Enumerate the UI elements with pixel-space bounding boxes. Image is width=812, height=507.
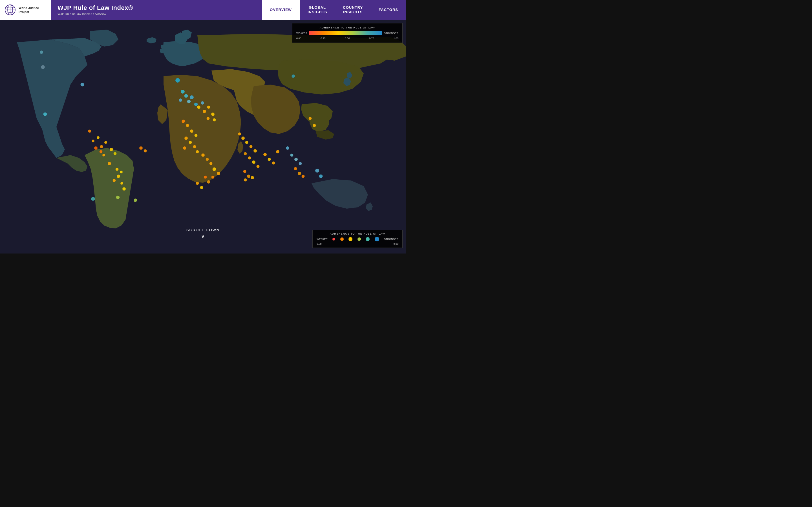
legend-dot-yellow — [348, 237, 352, 241]
scroll-down-label: SCROLL DOWN — [186, 228, 220, 232]
chevron-down-icon: ∨ — [186, 233, 220, 239]
legend-dot-teal — [366, 237, 370, 241]
legend-bottom-stronger-text: STRONGER — [384, 238, 398, 240]
legend-gradient-bar — [309, 31, 382, 35]
header: World Justice Project WJP Rule of Law In… — [0, 0, 406, 20]
legend-bottom-title: ADHERENCE TO THE RULE OF LAW — [316, 232, 398, 235]
legend-top-title: ADHERENCE TO THE RULE OF LAW — [296, 26, 398, 29]
legend-stronger-text: STRONGER — [384, 32, 398, 35]
legend-top: ADHERENCE TO THE RULE OF LAW WEAKER STRO… — [292, 23, 403, 43]
nav-factors[interactable]: FACTORS — [371, 0, 406, 20]
legend-dots-row: WEAKER STRONGER — [316, 237, 398, 241]
nav-country-insights[interactable]: COUNTRYINSIGHTS — [335, 0, 371, 20]
legend-bottom: ADHERENCE TO THE RULE OF LAW WEAKER STRO… — [312, 230, 403, 248]
logo-text: World Justice Project — [19, 6, 39, 14]
world-map-svg — [0, 20, 406, 253]
legend-dot-orange — [340, 237, 344, 241]
nav: OVERVIEW GLOBALINSIGHTS COUNTRYINSIGHTS … — [262, 0, 406, 20]
legend-bottom-scale-min: 0.30 — [316, 242, 322, 245]
nav-overview[interactable]: OVERVIEW — [262, 0, 300, 20]
legend-weaker-text: WEAKER — [296, 32, 307, 35]
legend-scale-labels: 0.00 0.25 0.50 0.75 1.00 — [296, 37, 398, 40]
globe-icon — [4, 4, 16, 15]
main-title: WJP Rule of Law Index® — [58, 4, 133, 11]
map-container: ADHERENCE TO THE RULE OF LAW WEAKER STRO… — [0, 20, 406, 253]
nav-global-insights[interactable]: GLOBALINSIGHTS — [300, 0, 335, 20]
scroll-down[interactable]: SCROLL DOWN ∨ — [186, 228, 220, 239]
legend-dot-blue — [375, 237, 379, 241]
breadcrumb: WJP Rule of Law Index > Overview — [58, 12, 133, 15]
legend-dot-yellow-green — [357, 237, 361, 241]
legend-dot-red — [333, 238, 335, 240]
legend-bottom-weaker-text: WEAKER — [316, 238, 328, 240]
title-area: WJP Rule of Law Index® WJP Rule of Law I… — [51, 0, 140, 20]
logo-area: World Justice Project — [0, 0, 51, 20]
legend-bottom-scale-max: 0.90 — [393, 242, 398, 245]
